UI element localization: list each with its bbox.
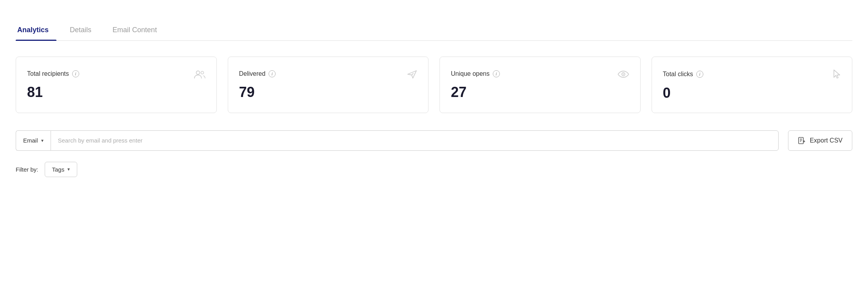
svg-rect-4: [799, 137, 803, 144]
info-icon-total-recipients: i: [72, 70, 79, 77]
tab-email-content[interactable]: Email Content: [111, 21, 165, 40]
metric-label-total-clicks: Total clicks: [663, 71, 693, 78]
page-container: Analytics Details Email Content Total re…: [0, 0, 868, 177]
metric-card-delivered: Delivered i 79: [228, 57, 429, 113]
metric-card-total-clicks: Total clicks i 0: [652, 57, 853, 113]
filter-row: Filter by: Tags ▾: [16, 162, 852, 177]
svg-point-1: [201, 71, 203, 74]
export-csv-button[interactable]: Export CSV: [788, 130, 852, 151]
metrics-row: Total recipients i 81 Delivered: [16, 57, 852, 113]
tags-chevron-down-icon: ▾: [67, 166, 70, 172]
cursor-icon: [831, 69, 841, 80]
metric-label-unique-opens: Unique opens: [451, 70, 490, 77]
email-dropdown-button[interactable]: Email ▾: [16, 130, 51, 151]
info-icon-delivered: i: [269, 70, 276, 77]
eye-icon: [617, 69, 629, 79]
tags-dropdown-button[interactable]: Tags ▾: [45, 162, 78, 177]
send-icon: [407, 69, 417, 79]
people-icon: [194, 69, 205, 79]
filter-by-label: Filter by:: [16, 166, 38, 173]
metric-value-unique-opens: 27: [451, 84, 629, 100]
search-input[interactable]: [51, 130, 779, 151]
metric-value-delivered: 79: [239, 84, 418, 100]
tab-details[interactable]: Details: [68, 21, 99, 40]
metric-value-total-clicks: 0: [663, 85, 841, 101]
svg-point-3: [623, 74, 624, 75]
svg-point-0: [196, 71, 200, 75]
metric-card-unique-opens: Unique opens i 27: [439, 57, 641, 113]
email-dropdown-label: Email: [23, 137, 38, 144]
chevron-down-icon: ▾: [41, 138, 44, 143]
metric-label-total-recipients: Total recipients: [27, 70, 69, 77]
info-icon-unique-opens: i: [493, 70, 500, 77]
tags-dropdown-label: Tags: [52, 166, 65, 173]
metric-label-delivered: Delivered: [239, 70, 266, 77]
tab-analytics[interactable]: Analytics: [16, 21, 56, 40]
export-csv-label: Export CSV: [810, 137, 843, 144]
export-csv-icon: [798, 136, 806, 144]
metric-card-total-recipients: Total recipients i 81: [16, 57, 217, 113]
info-icon-total-clicks: i: [696, 71, 703, 78]
metric-value-total-recipients: 81: [27, 84, 205, 100]
search-row: Email ▾ Export CSV: [16, 130, 852, 151]
tabs-bar: Analytics Details Email Content: [16, 0, 852, 41]
